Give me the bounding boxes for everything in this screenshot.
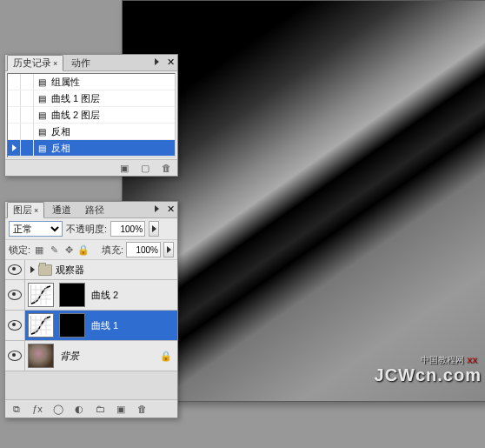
fill-input[interactable]	[126, 242, 161, 257]
layer-mask-thumbnail[interactable]	[59, 283, 85, 307]
page-icon: ▤	[36, 109, 48, 121]
history-item-label: 反相	[50, 142, 175, 155]
page-icon: ▤	[36, 125, 48, 137]
layers-list: 观察器曲线 2曲线 1背景🔒	[5, 260, 177, 399]
watermark-subtext: 中国教程网 XX	[421, 354, 477, 366]
layer-row[interactable]: 曲线 1	[5, 311, 177, 341]
history-item-label: 曲线 2 图层	[50, 109, 175, 122]
history-item[interactable]: ▤反相	[8, 124, 175, 140]
history-item[interactable]: ▤反相	[8, 140, 175, 157]
layer-thumbnail[interactable]	[28, 344, 54, 368]
layer-label[interactable]: 曲线 1	[88, 319, 177, 332]
history-marker	[8, 107, 21, 123]
layer-mask-thumbnail[interactable]	[59, 313, 85, 338]
new-layer-icon[interactable]: ▣	[115, 403, 127, 415]
layer-style-icon[interactable]: ƒx	[31, 403, 43, 415]
opacity-flyout-icon[interactable]	[149, 221, 159, 237]
layer-row[interactable]: 曲线 2	[5, 280, 177, 311]
tab-layers[interactable]: 图层×	[7, 202, 44, 218]
lock-transparency-icon[interactable]: ▦	[33, 244, 45, 256]
new-document-icon[interactable]: ▢	[139, 162, 151, 174]
create-snapshot-icon[interactable]: ▣	[118, 162, 130, 174]
layer-label[interactable]: 曲线 2	[88, 289, 177, 302]
blend-mode-select[interactable]: 正常	[9, 221, 63, 237]
eye-icon	[8, 264, 22, 275]
lock-label: 锁定:	[9, 244, 30, 257]
panel-menu-icon[interactable]	[155, 57, 165, 67]
eye-icon	[8, 320, 22, 331]
link-layers-icon[interactable]: ⧉	[10, 403, 23, 415]
page-icon: ▤	[36, 76, 48, 88]
layer-label[interactable]: 背景	[56, 350, 160, 363]
layers-panel-tabs: 图层× 通道 路径 ✕	[5, 202, 177, 218]
lock-position-icon[interactable]: ✥	[63, 244, 75, 256]
watermark-text: JCWcn.com	[375, 365, 482, 385]
layers-footer: ⧉ ƒx ◯ ◐ 🗀 ▣ 🗑	[5, 399, 177, 418]
panel-menu-icon[interactable]	[155, 204, 165, 214]
opacity-input[interactable]	[110, 221, 145, 237]
layers-panel: 图层× 通道 路径 ✕ 正常 不透明度: 锁定: ▦ ✎ ✥ 🔒 填充: 观察器…	[4, 201, 178, 418]
layer-row[interactable]: 观察器	[5, 260, 177, 280]
fill-flyout-icon[interactable]	[163, 242, 174, 257]
close-icon[interactable]: ×	[34, 206, 38, 215]
history-spacer	[21, 107, 34, 123]
lock-row: 锁定: ▦ ✎ ✥ 🔒 填充:	[5, 240, 177, 260]
folder-icon	[38, 264, 52, 276]
trash-icon[interactable]: 🗑	[160, 162, 172, 174]
history-footer: ▣ ▢ 🗑	[5, 159, 177, 176]
new-group-icon[interactable]: 🗀	[94, 403, 106, 415]
layer-row[interactable]: 背景🔒	[5, 341, 177, 371]
history-item[interactable]: ▤组属性	[8, 74, 175, 90]
visibility-toggle[interactable]	[5, 311, 25, 340]
adjustment-thumbnail[interactable]	[28, 313, 54, 338]
history-marker	[8, 140, 21, 156]
tab-paths[interactable]: 路径	[79, 202, 110, 218]
eye-icon	[8, 290, 22, 300]
lock-pixels-icon[interactable]: ✎	[48, 244, 60, 256]
visibility-toggle[interactable]	[5, 260, 25, 279]
close-icon[interactable]: ×	[53, 59, 57, 68]
history-item[interactable]: ▤曲线 2 图层	[8, 107, 175, 124]
history-spacer	[21, 90, 34, 106]
history-panel-tabs: 历史记录× 动作 ✕	[5, 55, 177, 71]
page-icon: ▤	[36, 142, 48, 154]
layers-options-row: 正常 不透明度:	[5, 218, 177, 240]
history-panel: 历史记录× 动作 ✕ ▤组属性▤曲线 1 图层▤曲线 2 图层▤反相▤反相 ▣ …	[4, 54, 178, 177]
tab-history[interactable]: 历史记录×	[7, 55, 63, 71]
layer-mask-icon[interactable]: ◯	[52, 403, 64, 415]
eye-icon	[8, 351, 22, 361]
panel-close-icon[interactable]: ✕	[167, 57, 176, 65]
opacity-label: 不透明度:	[66, 223, 107, 236]
history-spacer	[21, 140, 34, 156]
fill-label: 填充:	[102, 244, 123, 257]
history-item[interactable]: ▤曲线 1 图层	[8, 90, 175, 107]
history-item-label: 曲线 1 图层	[50, 92, 175, 105]
page-icon: ▤	[36, 92, 48, 104]
history-marker	[8, 124, 21, 139]
adjustment-layer-icon[interactable]: ◐	[73, 403, 85, 415]
panel-close-icon[interactable]: ✕	[167, 204, 176, 212]
history-item-label: 组属性	[50, 76, 175, 89]
lock-all-icon[interactable]: 🔒	[77, 244, 90, 256]
visibility-toggle[interactable]	[5, 341, 25, 371]
tab-actions[interactable]: 动作	[65, 55, 96, 71]
tab-channels[interactable]: 通道	[46, 202, 77, 218]
layer-label[interactable]: 观察器	[52, 264, 177, 277]
lock-icon: 🔒	[160, 351, 172, 362]
visibility-toggle[interactable]	[5, 280, 25, 310]
group-expand-icon[interactable]	[30, 266, 35, 273]
history-item-label: 反相	[50, 125, 175, 138]
adjustment-thumbnail[interactable]	[28, 283, 54, 307]
history-marker	[8, 90, 21, 106]
history-list: ▤组属性▤曲线 1 图层▤曲线 2 图层▤反相▤反相	[7, 73, 176, 157]
history-spacer	[21, 74, 34, 90]
trash-icon[interactable]: 🗑	[136, 403, 148, 415]
history-spacer	[21, 124, 34, 139]
history-marker	[8, 74, 21, 90]
